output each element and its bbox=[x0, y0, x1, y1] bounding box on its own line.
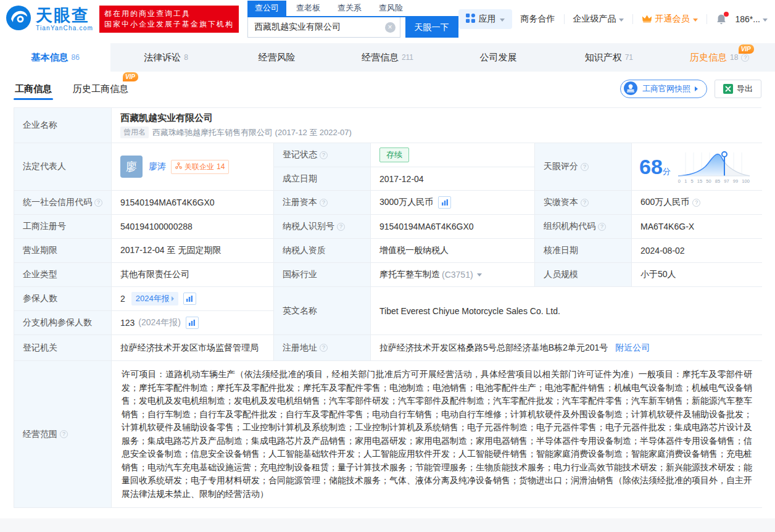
subtab-row: 工商信息 历史工商信息 VIP 工商官网快照 导出 bbox=[0, 72, 775, 106]
legal-rep-avatar[interactable]: 廖 bbox=[120, 156, 143, 178]
tab-history-info[interactable]: VIP 历史信息 18 bbox=[665, 43, 775, 72]
label-company-name: 企业名称 bbox=[14, 108, 112, 143]
label-registration-authority: 登记机关 bbox=[14, 335, 112, 361]
subtab-business-info[interactable]: 工商信息 bbox=[14, 73, 53, 105]
annual-report-note: (2024年报) bbox=[138, 317, 180, 328]
apps-menu[interactable]: 应用 bbox=[458, 9, 512, 29]
tab-company-development[interactable]: 公司发展 bbox=[443, 43, 553, 72]
value-legal-representative: 廖 廖涛 关联企业 14 bbox=[112, 143, 274, 191]
tab-intellectual-property[interactable]: 知识产权 71 bbox=[553, 43, 664, 72]
value-industry: 摩托车整车制造 (C3751) bbox=[371, 263, 535, 287]
vip-badge: VIP bbox=[123, 72, 138, 81]
capital-trend-chart-icon[interactable] bbox=[438, 196, 451, 209]
search-tab-company[interactable]: 查公司 bbox=[247, 1, 286, 16]
chevron-down-icon bbox=[763, 19, 768, 22]
crown-icon bbox=[642, 14, 652, 25]
org-chart-icon bbox=[175, 162, 182, 171]
value-business-scope: 许可项目：道路机动车辆生产（依法须经批准的项目，经相关部门批准后方可开展经营活动… bbox=[112, 361, 762, 508]
former-name-badge: 曾用名 bbox=[120, 127, 149, 138]
nav-vip-upgrade[interactable]: 开通会员 bbox=[642, 14, 698, 25]
slogan-line2: 国家中小企业发展子基金旗下机构 bbox=[104, 19, 234, 30]
brand-domain: TianYanCha.com bbox=[36, 25, 93, 31]
label-registration-number: 工商注册号 bbox=[14, 215, 112, 239]
seal-icon bbox=[623, 81, 638, 98]
value-tianyan-score[interactable]: 68分 bbox=[632, 143, 762, 191]
tab-operation-risk[interactable]: 经营风险 bbox=[222, 43, 332, 72]
help-icon[interactable] bbox=[320, 199, 328, 207]
official-snapshot-button[interactable]: 工商官网快照 bbox=[620, 80, 707, 98]
export-button[interactable]: 导出 bbox=[715, 80, 761, 98]
score-distribution-chart: 0151550859799100 bbox=[677, 150, 751, 184]
subtab-history-business-info[interactable]: 历史工商信息 VIP bbox=[72, 73, 130, 105]
chevron-down-icon bbox=[619, 19, 624, 22]
value-insured-count: 2 2024年报 bbox=[112, 287, 274, 311]
help-icon[interactable] bbox=[581, 163, 589, 171]
former-name: 西藏珠峰驰越摩托车销售有限公司 (2017-12 至 2022-07) bbox=[152, 127, 352, 138]
label-paid-capital: 实缴资本 bbox=[535, 191, 632, 215]
related-companies-badge[interactable]: 关联企业 14 bbox=[171, 160, 229, 174]
nav-enterprise-products[interactable]: 企业级产品 bbox=[573, 14, 624, 25]
label-org-code: 组织机构代码 bbox=[535, 215, 632, 239]
value-approval-date: 2024-08-02 bbox=[632, 239, 762, 263]
apps-grid-icon bbox=[466, 14, 475, 25]
search-button[interactable]: 天眼一下 bbox=[405, 17, 458, 38]
label-business-scope: 经营范围 bbox=[14, 361, 112, 508]
label-registered-capital: 注册资本 bbox=[274, 191, 371, 215]
footer-band bbox=[0, 518, 775, 532]
divider bbox=[564, 14, 565, 24]
label-insured-count: 参保人数 bbox=[14, 287, 112, 311]
value-credit-code: 91540194MA6T4K6GX0 bbox=[112, 191, 274, 215]
value-english-name: Tibet Everest Chiyue Motorcycle Sales Co… bbox=[371, 287, 762, 335]
search-block: 查公司 查老板 查关系 查风险 × 天眼一下 bbox=[247, 1, 458, 38]
tab-operation-info[interactable]: 经营信息 211 bbox=[332, 43, 442, 72]
vip-badge: VIP bbox=[739, 44, 754, 54]
search-tab-risk[interactable]: 查风险 bbox=[371, 1, 410, 16]
notifications-bell-icon[interactable] bbox=[716, 14, 727, 25]
label-taxpayer-quality: 纳税人资质 bbox=[274, 239, 371, 263]
top-header: 天眼查 TianYanCha.com 都在用的商业查询工具 国家中小企业发展子基… bbox=[0, 0, 775, 38]
tab-legal-proceedings[interactable]: 法律诉讼 8 bbox=[110, 43, 221, 72]
excel-icon bbox=[723, 84, 733, 94]
divider bbox=[707, 14, 707, 24]
help-icon[interactable] bbox=[337, 223, 345, 231]
help-icon[interactable] bbox=[60, 430, 68, 438]
chevron-down-icon[interactable] bbox=[477, 273, 482, 276]
value-business-term: 2017-12-04 至 无固定期限 bbox=[112, 239, 274, 263]
company-name: 西藏凯越实业有限公司 bbox=[120, 112, 213, 124]
help-icon[interactable] bbox=[741, 54, 749, 62]
tab-basic-info[interactable]: 基本信息 86 bbox=[0, 43, 110, 72]
label-industry: 国标行业 bbox=[274, 263, 371, 287]
user-account-menu[interactable]: 186*... bbox=[736, 14, 768, 24]
legal-rep-name-link[interactable]: 廖涛 bbox=[149, 161, 166, 172]
help-icon[interactable] bbox=[320, 151, 328, 159]
value-registration-status: 存续 bbox=[371, 143, 535, 167]
help-icon[interactable] bbox=[94, 199, 102, 207]
clear-search-icon[interactable]: × bbox=[385, 22, 396, 33]
tianyancha-logo[interactable]: 天眼查 TianYanCha.com bbox=[5, 4, 93, 34]
value-staff-size: 小于50人 bbox=[632, 263, 762, 287]
insured-trend-chart-icon[interactable] bbox=[183, 293, 196, 305]
label-branch-insured-count: 分支机构参保人数 bbox=[14, 311, 112, 335]
search-tab-relation[interactable]: 查关系 bbox=[330, 1, 369, 16]
help-icon[interactable] bbox=[581, 199, 589, 207]
annual-report-badge[interactable]: 2024年报 bbox=[131, 292, 178, 305]
label-english-name: 英文名称 bbox=[274, 287, 371, 335]
nav-business-cooperation[interactable]: 商务合作 bbox=[521, 14, 555, 25]
label-credit-code: 统一社会信用代码 bbox=[14, 191, 112, 215]
tianyancha-eye-icon bbox=[5, 4, 32, 34]
search-tab-boss[interactable]: 查老板 bbox=[289, 1, 328, 16]
industry-code: (C3751) bbox=[442, 270, 473, 280]
value-registration-authority: 拉萨经济技术开发区市场监督管理局 bbox=[112, 335, 274, 361]
value-registered-address: 拉萨经济技术开发区格桑路5号总部经济基地B栋2单元201号 附近公司 bbox=[371, 335, 762, 361]
nearby-companies-link[interactable]: 附近公司 bbox=[615, 343, 650, 354]
value-branch-insured-count: 123 (2024年报) bbox=[112, 311, 274, 335]
arrow-right-icon bbox=[172, 296, 174, 301]
branch-insured-trend-chart-icon[interactable] bbox=[186, 317, 199, 329]
top-navigation: 应用 商务合作 企业级产品 开通会员 bbox=[458, 9, 768, 29]
help-icon[interactable] bbox=[692, 199, 700, 207]
search-input[interactable] bbox=[247, 17, 400, 38]
value-paid-capital: 600万人民币 bbox=[632, 191, 762, 215]
help-icon[interactable] bbox=[598, 223, 606, 231]
help-icon[interactable] bbox=[320, 344, 328, 352]
divider bbox=[632, 14, 633, 24]
